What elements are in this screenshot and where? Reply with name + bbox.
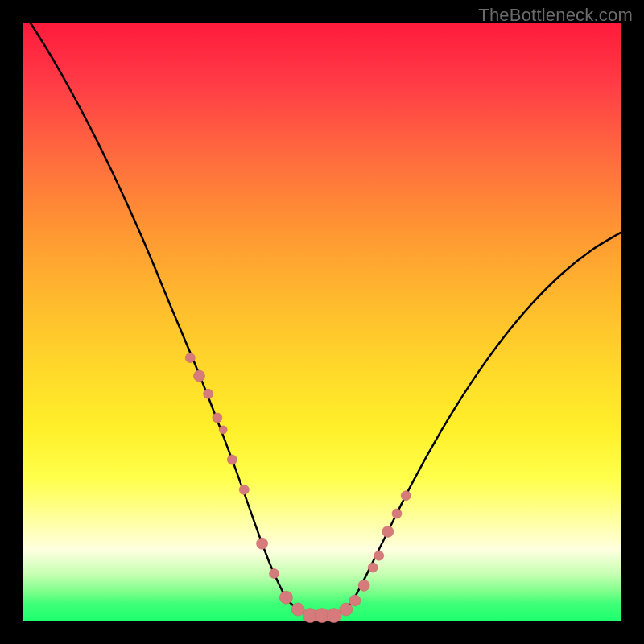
curve-marker [239, 485, 249, 494]
curve-marker [340, 603, 353, 616]
curve-marker [227, 455, 237, 464]
curve-marker [382, 526, 394, 537]
curve-marker [374, 551, 384, 560]
curve-marker [213, 413, 222, 423]
curve-marker [185, 353, 195, 363]
curve-marker [358, 580, 369, 591]
curve-marker [270, 569, 279, 579]
curve-marker [219, 426, 227, 434]
curve-marker [368, 563, 378, 572]
curve-marker [291, 603, 304, 616]
curve-marker [257, 538, 268, 549]
curve-marker [392, 509, 402, 518]
curve-marker [279, 591, 292, 604]
chart-frame: TheBottleneck.com [0, 0, 644, 644]
watermark-text: TheBottleneck.com [478, 5, 633, 26]
curve-marker [349, 595, 361, 606]
plot-area [23, 23, 621, 621]
curve-markers [185, 353, 411, 623]
curve-marker [401, 491, 411, 501]
bottleneck-curve-svg [23, 23, 621, 621]
curve-marker [194, 370, 205, 382]
curve-marker [327, 609, 341, 623]
bottleneck-curve [23, 10, 621, 616]
curve-marker [204, 389, 213, 398]
